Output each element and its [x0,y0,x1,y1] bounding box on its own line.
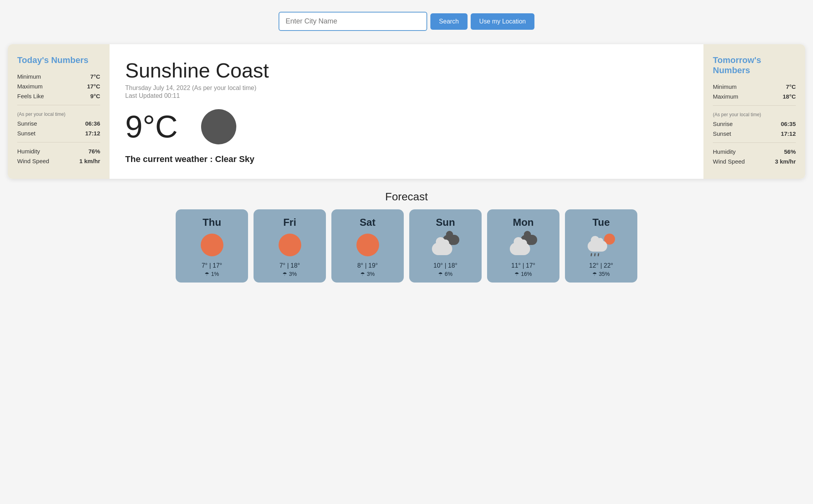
sun-icon [356,234,379,256]
forecast-temps: 11° | 17° [511,262,535,269]
tomorrow-maximum-value: 18°C [782,93,796,100]
wind-label: Wind Speed [17,158,49,164]
tomorrow-title: Tomorrow's Numbers [713,55,796,76]
forecast-card: Mon11° | 17°☂16% [487,209,559,283]
precip-value: 6% [444,271,452,277]
last-updated: Last Updated 00:11 [125,92,688,99]
sunset-label: Sunset [17,130,36,137]
today-sunset-row: Sunset 17:12 [17,130,100,137]
tmrw-maximum-label: Maximum [713,93,738,100]
umbrella-icon: ☂ [205,271,209,277]
tomorrow-sunset-value: 17:12 [781,130,796,137]
precip-value: 16% [521,271,532,277]
tomorrow-maximum-row: Maximum 18°C [713,93,796,100]
forecast-day-label: Tue [592,216,610,229]
forecast-weather-icon [432,233,459,257]
forecast-temps: 7° | 17° [201,262,222,269]
forecast-precipitation: ☂6% [438,271,452,277]
today-title: Today's Numbers [17,55,100,65]
forecast-temps: 10° | 18° [433,262,457,269]
today-sunrise-value: 06:36 [85,120,100,127]
umbrella-icon: ☂ [438,271,443,277]
forecast-precipitation: ☂3% [360,271,374,277]
tomorrow-sunrise-value: 06:35 [781,121,796,127]
today-panel: Today's Numbers Minimum 7°C Maximum 17°C… [8,44,110,179]
search-bar: Search Use my Location [8,8,805,35]
cloud-sun-rain-icon [588,234,615,256]
forecast-card: Tue12° | 22°☂35% [565,209,637,283]
city-name: Sunshine Coast [125,59,688,82]
minimum-label: Minimum [17,73,41,80]
today-feelslike-row: Feels Like 9°C [17,93,100,99]
forecast-weather-icon [588,233,615,257]
tmrw-sunrise-label: Sunrise [713,121,733,127]
search-button[interactable]: Search [430,13,468,30]
umbrella-icon: ☂ [360,271,365,277]
forecast-section: Forecast Thu7° | 17°☂1%Fri7° | 18°☂3%Sat… [8,191,805,283]
main-weather-card: Today's Numbers Minimum 7°C Maximum 17°C… [8,44,805,179]
forecast-day-label: Fri [283,216,296,229]
tomorrow-sunset-row: Sunset 17:12 [713,130,796,137]
tomorrow-humidity-row: Humidity 56% [713,148,796,155]
forecast-precipitation: ☂35% [592,271,610,277]
umbrella-icon: ☂ [514,271,519,277]
forecast-day-label: Mon [513,216,534,229]
forecast-weather-icon [354,233,381,257]
forecast-card: Thu7° | 17°☂1% [176,209,248,283]
forecast-title: Forecast [8,191,805,203]
humidity-label: Humidity [17,148,40,155]
today-humidity-row: Humidity 76% [17,148,100,155]
umbrella-icon: ☂ [282,271,287,277]
forecast-weather-icon [510,233,537,257]
today-wind-row: Wind Speed 1 km/hr [17,158,100,164]
weather-description: The current weather : Clear Sky [125,154,688,164]
umbrella-icon: ☂ [592,271,597,277]
tomorrow-sunrise-row: Sunrise 06:35 [713,121,796,127]
forecast-cards: Thu7° | 17°☂1%Fri7° | 18°☂3%Sat8° | 19°☂… [8,209,805,283]
tmrw-sunset-label: Sunset [713,130,731,137]
cloud-dark-icon [510,235,537,255]
forecast-precipitation: ☂16% [514,271,532,277]
today-maximum-value: 17°C [87,83,100,90]
tmrw-humidity-label: Humidity [713,148,736,155]
forecast-card: Sat8° | 19°☂3% [331,209,404,283]
tomorrow-minimum-value: 7°C [786,83,796,90]
forecast-weather-icon [276,233,304,257]
forecast-temps: 7° | 18° [279,262,300,269]
tomorrow-panel: Tomorrow's Numbers Minimum 7°C Maximum 1… [703,44,805,179]
temp-icon-row: 9°C [125,109,688,145]
current-date: Thursday July 14, 2022 (As per your loca… [125,85,688,92]
feelslike-label: Feels Like [17,93,44,99]
current-weather-icon [201,109,236,144]
forecast-precipitation: ☂3% [282,271,297,277]
maximum-label: Maximum [17,83,43,90]
sun-icon [201,234,223,256]
current-temperature: 9°C [125,109,178,145]
tomorrow-wind-value: 3 km/hr [775,158,796,165]
forecast-weather-icon [198,233,226,257]
today-wind-value: 1 km/hr [79,158,100,164]
sunrise-label: Sunrise [17,120,37,127]
forecast-card: Sun10° | 18°☂6% [409,209,482,283]
forecast-temps: 12° | 22° [589,262,613,269]
tomorrow-local-note: (As per your local time) [713,112,796,117]
tomorrow-humidity-value: 56% [784,148,796,155]
forecast-day-label: Sun [436,216,455,229]
current-weather-center: Sunshine Coast Thursday July 14, 2022 (A… [110,44,703,179]
forecast-card: Fri7° | 18°☂3% [254,209,326,283]
search-input[interactable] [279,12,427,31]
location-button[interactable]: Use my Location [471,13,534,30]
today-maximum-row: Maximum 17°C [17,83,100,90]
today-feelslike-value: 9°C [90,93,100,99]
tmrw-minimum-label: Minimum [713,83,737,90]
forecast-precipitation: ☂1% [205,271,219,277]
today-minimum-value: 7°C [90,73,100,80]
cloud-dark-icon [432,235,459,255]
forecast-day-label: Thu [203,216,221,229]
tmrw-wind-label: Wind Speed [713,158,745,165]
tomorrow-wind-row: Wind Speed 3 km/hr [713,158,796,165]
today-minimum-row: Minimum 7°C [17,73,100,80]
forecast-temps: 8° | 19° [357,262,378,269]
precip-value: 35% [599,271,610,277]
precip-value: 1% [211,271,219,277]
